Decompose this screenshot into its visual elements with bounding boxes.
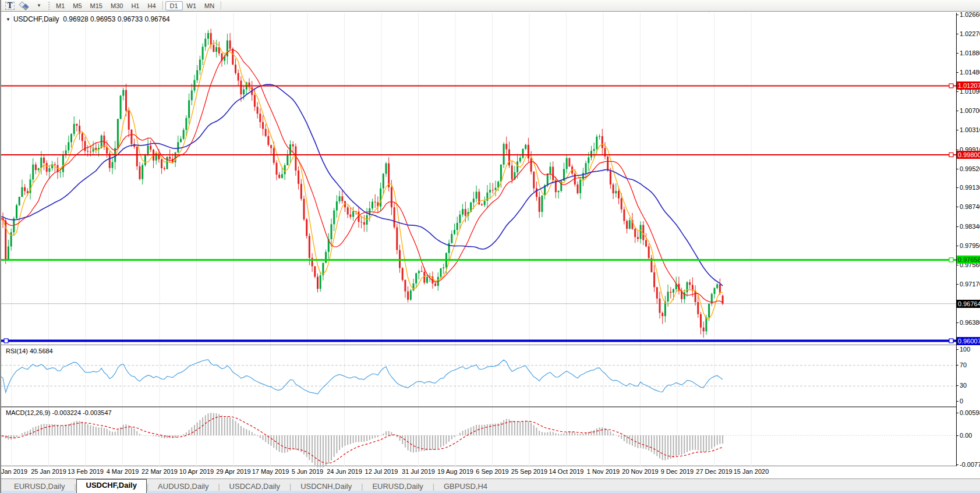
price-scale-label: 0.98740 bbox=[960, 203, 980, 210]
rsi-tick bbox=[956, 365, 958, 366]
price-label-support-line: 0.96007 bbox=[957, 337, 980, 345]
candlestick-chart[interactable] bbox=[1, 13, 956, 345]
macd-panel[interactable] bbox=[1, 406, 956, 466]
tab-usdchf-daily[interactable]: USDCHF,Daily bbox=[76, 479, 147, 493]
timeframe-group: M1M5M15M30H1H4D1W1MN bbox=[52, 1, 218, 10]
timeframe-button-d1[interactable]: D1 bbox=[165, 1, 183, 10]
price-scale-label: 1.01880 bbox=[960, 49, 980, 56]
styler-dropdown-caret-icon[interactable]: ▼ bbox=[33, 1, 45, 10]
price-tick bbox=[956, 150, 958, 150]
macd-label: MACD(12,26,9) -0.003224 -0.003547 bbox=[6, 409, 112, 416]
rsi-scale-label: 30 bbox=[960, 382, 967, 389]
macd-chart[interactable] bbox=[1, 407, 956, 467]
price-scale-label: 0.99520 bbox=[960, 165, 980, 172]
price-scale-label: 1.02660 bbox=[960, 11, 980, 18]
price-label-support-line: 0.97658 bbox=[957, 256, 980, 264]
price-label-current-price: 0.96764 bbox=[957, 300, 980, 308]
timeframe-button-h1[interactable]: H1 bbox=[127, 2, 143, 10]
price-tick bbox=[956, 130, 958, 130]
price-tick bbox=[956, 15, 958, 15]
macd-scale-label: -0.007737 bbox=[960, 461, 980, 468]
price-scale-label: 1.00310 bbox=[960, 126, 980, 133]
timeframe-button-m30[interactable]: M30 bbox=[107, 2, 127, 10]
text-tool-button[interactable]: T bbox=[4, 1, 16, 10]
rsi-scale-label: 0 bbox=[960, 398, 963, 405]
rsi-scale-label: 70 bbox=[960, 361, 967, 368]
price-scale-label: 1.02270 bbox=[960, 30, 980, 37]
price-label-resistance-line: 0.99800 bbox=[957, 151, 980, 159]
price-scale-label: 0.98340 bbox=[960, 223, 980, 230]
rsi-tick bbox=[956, 401, 958, 402]
price-axis-line bbox=[956, 13, 957, 466]
price-tick bbox=[956, 265, 958, 265]
price-tick bbox=[956, 91, 958, 92]
rsi-chart[interactable] bbox=[1, 345, 956, 406]
macd-name: MACD(12,26,9) bbox=[6, 409, 50, 416]
chart-window: ▲ ▼USDCHF,Daily 0.96928 0.96953 0.96733 … bbox=[1, 12, 980, 478]
tabbar-bottom-strip bbox=[1, 491, 980, 493]
price-tick bbox=[956, 53, 958, 54]
price-tick bbox=[956, 187, 958, 188]
price-scale-label: 1.00700 bbox=[960, 107, 980, 114]
price-tick bbox=[956, 284, 958, 285]
price-scale-label: 0.97170 bbox=[960, 281, 980, 288]
text-tool-icon: T bbox=[5, 2, 15, 10]
price-scale-label: 1.01480 bbox=[960, 69, 980, 76]
mt4-window: T ▼ M1M5M15M30H1H4D1W1MN ▲ ▼USDCHF,Daily… bbox=[0, 0, 980, 493]
chart-tab-bar: EURUSD,Daily|USDCHF,Daily|AUDUSD,Daily|U… bbox=[1, 478, 980, 493]
rsi-label: RSI(14) 40.5684 bbox=[6, 347, 53, 354]
toolbar: T ▼ M1M5M15M30H1H4D1W1MN bbox=[1, 0, 980, 12]
timeframe-button-m15[interactable]: M15 bbox=[86, 2, 107, 10]
timeframe-button-mn[interactable]: MN bbox=[200, 2, 218, 10]
macd-scale-label: 0.00 bbox=[960, 432, 972, 439]
toolbar-separator bbox=[221, 1, 221, 10]
timeframe-button-w1[interactable]: W1 bbox=[183, 2, 201, 10]
main-chart-panel[interactable] bbox=[1, 13, 956, 345]
rsi-panel[interactable] bbox=[1, 345, 956, 406]
toolbar-separator bbox=[162, 1, 163, 10]
macd-tick bbox=[956, 464, 958, 465]
time-axis-label: 15 Jan 2020 bbox=[728, 468, 774, 475]
macd-tick bbox=[956, 435, 958, 436]
timeframe-button-m1[interactable]: M1 bbox=[52, 2, 69, 10]
styler-button[interactable] bbox=[17, 1, 32, 10]
timeframe-button-m5[interactable]: M5 bbox=[69, 2, 86, 10]
price-tick bbox=[956, 169, 958, 169]
price-scale-label: 0.99130 bbox=[960, 184, 980, 191]
price-tick bbox=[956, 322, 958, 323]
macd-values: -0.003224 -0.003547 bbox=[52, 409, 111, 416]
price-tick bbox=[956, 34, 958, 34]
price-scale-label: 0.96380 bbox=[960, 319, 980, 326]
chart-title-ohlc: 0.96928 0.96953 0.96733 0.96764 bbox=[63, 15, 170, 23]
rsi-scale-label: 100 bbox=[960, 346, 970, 353]
rsi-tick bbox=[956, 349, 958, 350]
rsi-value: 40.5684 bbox=[30, 347, 53, 354]
macd-scale-label: 0.005986 bbox=[960, 409, 980, 416]
price-tick bbox=[956, 207, 958, 207]
rsi-tick bbox=[956, 385, 958, 386]
price-tick bbox=[956, 111, 958, 111]
price-tick bbox=[956, 226, 958, 227]
price-tick bbox=[956, 246, 958, 246]
timeframe-button-h4[interactable]: H4 bbox=[143, 2, 160, 10]
chart-title: ▼USDCHF,Daily 0.96928 0.96953 0.96733 0.… bbox=[6, 15, 170, 23]
chart-title-symbol: USDCHF,Daily bbox=[13, 15, 59, 23]
toolbar-grip[interactable] bbox=[47, 2, 50, 10]
price-tick bbox=[956, 72, 958, 73]
macd-tick bbox=[956, 413, 958, 413]
price-label-resistance-line: 1.01207 bbox=[957, 81, 980, 90]
price-scale-label: 0.97950 bbox=[960, 242, 980, 249]
rsi-name: RSI(14) bbox=[6, 347, 28, 354]
collapse-triangle-icon[interactable]: ▼ bbox=[6, 17, 10, 22]
